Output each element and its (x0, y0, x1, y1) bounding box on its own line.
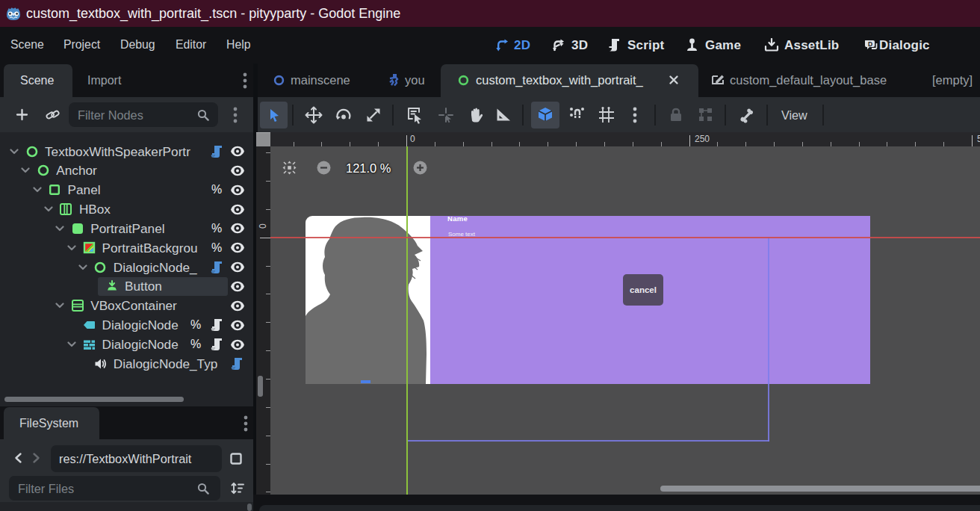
svg-text:D: D (868, 40, 872, 48)
